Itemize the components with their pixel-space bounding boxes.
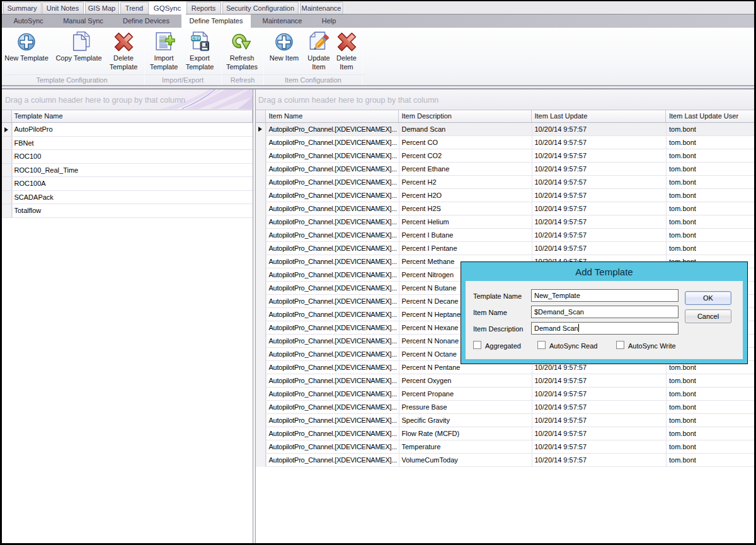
svg-text:CSV: CSV — [192, 36, 200, 40]
